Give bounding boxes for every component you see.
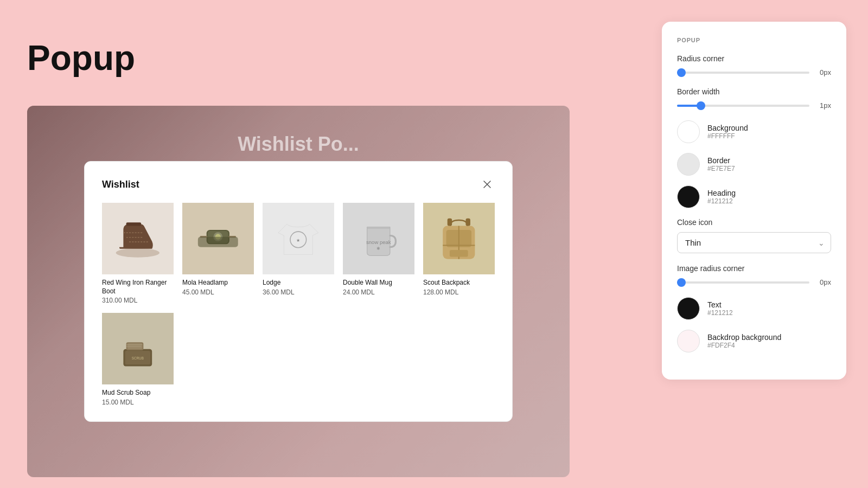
product-price-backpack: 128.00 MDL [423,288,495,296]
svg-text:snow peak: snow peak [366,240,391,246]
border-color-hex: #E7E7E7 [707,165,735,172]
popup-close-button[interactable] [480,177,495,192]
image-radius-corner-slider-row: 0px [677,278,831,286]
heading-color-name: Heading [707,189,736,197]
text-color-name: Text [707,300,733,309]
product-image-headlamp [182,203,254,274]
radius-corner-track [677,72,809,74]
image-radius-corner-thumb[interactable] [677,278,686,287]
border-width-label: Border width [677,87,831,96]
svg-text:✱: ✱ [377,246,381,251]
background-color-name: Background [707,124,748,132]
svg-rect-16 [450,250,468,257]
close-icon-select-wrapper: Thin Regular Bold ⌄ [677,232,831,253]
product-price-soap: 15.00 MDL [102,399,174,406]
popup-title: Wishlist [102,179,139,190]
product-card-headlamp[interactable]: Mola Headlamp 45.00 MDL [182,203,254,304]
page-title: Popup [27,38,135,78]
border-width-thumb[interactable] [697,101,705,110]
product-image-tshirt: ★ [263,203,334,274]
radius-corner-slider-row: 0px [677,68,831,76]
text-color-row[interactable]: Text #121212 [677,297,831,320]
backdrop-color-info: Backdrop background #FDF2F4 [707,333,781,349]
text-color-swatch [677,297,700,320]
svg-text:★: ★ [297,237,301,243]
radius-corner-label: Radius corner [677,54,831,63]
product-card-tshirt[interactable]: ★ Lodge 36.00 MDL [263,203,334,304]
products-grid-row2: SCRUB Mud Scrub Soap 15.00 MDL [102,313,495,406]
heading-color-hex: #121212 [707,197,736,205]
text-color-info: Text #121212 [707,300,733,317]
right-panel: POPUP Radius corner 0px Border width 1px… [662,22,846,380]
radius-corner-value: 0px [816,68,831,76]
svg-rect-17 [448,219,452,226]
svg-rect-3 [126,223,141,226]
product-card-soap[interactable]: SCRUB Mud Scrub Soap 15.00 MDL [102,313,174,406]
border-color-info: Border #E7E7E7 [707,156,735,172]
heading-color-info: Heading #121212 [707,189,736,205]
product-name-boot: Red Wing Iron Ranger Boot [102,279,174,296]
product-name-mug: Double Wall Mug [343,279,414,287]
svg-text:SCRUB: SCRUB [132,356,144,359]
svg-point-2 [116,248,159,258]
product-price-tshirt: 36.00 MDL [263,288,334,296]
panel-section-title: POPUP [677,37,831,43]
product-name-backpack: Scout Backpack [423,279,495,287]
close-icon-label: Close icon [677,218,831,227]
product-price-headlamp: 45.00 MDL [182,288,254,296]
product-image-mug: snow peak ✱ [343,203,414,274]
border-width-track [677,105,809,107]
close-icon-select[interactable]: Thin Regular Bold [677,232,831,253]
product-card-backpack[interactable]: Scout Backpack 128.00 MDL [423,203,495,304]
border-color-row[interactable]: Border #E7E7E7 [677,153,831,176]
background-color-info: Background #FFFFFF [707,124,748,140]
products-grid-row1: Red Wing Iron Ranger Boot 310.00 MDL [102,203,495,304]
border-width-value: 1px [816,101,831,110]
image-radius-corner-track [677,281,809,284]
product-name-tshirt: Lodge [263,279,334,287]
product-image-soap: SCRUB [102,313,174,384]
product-price-boot: 310.00 MDL [102,297,174,304]
heading-color-row[interactable]: Heading #121212 [677,185,831,208]
radius-corner-thumb[interactable] [677,68,686,77]
popup-overlay: Wishlist [27,106,570,477]
background-color-swatch [677,120,700,143]
backdrop-color-name: Backdrop background [707,333,781,342]
image-radius-corner-value: 0px [816,278,831,286]
background-color-hex: #FFFFFF [707,132,748,140]
backdrop-color-swatch [677,330,700,352]
text-color-hex: #121212 [707,309,733,317]
backdrop-color-hex: #FDF2F4 [707,342,781,349]
popup-header: Wishlist [102,177,495,192]
border-color-swatch [677,153,700,176]
background-color-row[interactable]: Background #FFFFFF [677,120,831,143]
product-price-mug: 24.00 MDL [343,288,414,296]
product-card-boot[interactable]: Red Wing Iron Ranger Boot 310.00 MDL [102,203,174,304]
wishlist-popup: Wishlist [84,161,513,422]
product-name-headlamp: Mola Headlamp [182,279,254,287]
product-image-backpack [423,203,495,274]
backdrop-color-row[interactable]: Backdrop background #FDF2F4 [677,330,831,352]
svg-rect-18 [466,219,470,226]
product-image-boot [102,203,174,274]
product-card-mug[interactable]: snow peak ✱ Double Wall Mug 24.00 MDL [343,203,414,304]
border-color-name: Border [707,156,735,165]
border-width-slider-row: 1px [677,101,831,110]
heading-color-swatch [677,185,700,208]
image-radius-corner-label: Image radius corner [677,264,831,273]
product-name-soap: Mud Scrub Soap [102,389,174,397]
